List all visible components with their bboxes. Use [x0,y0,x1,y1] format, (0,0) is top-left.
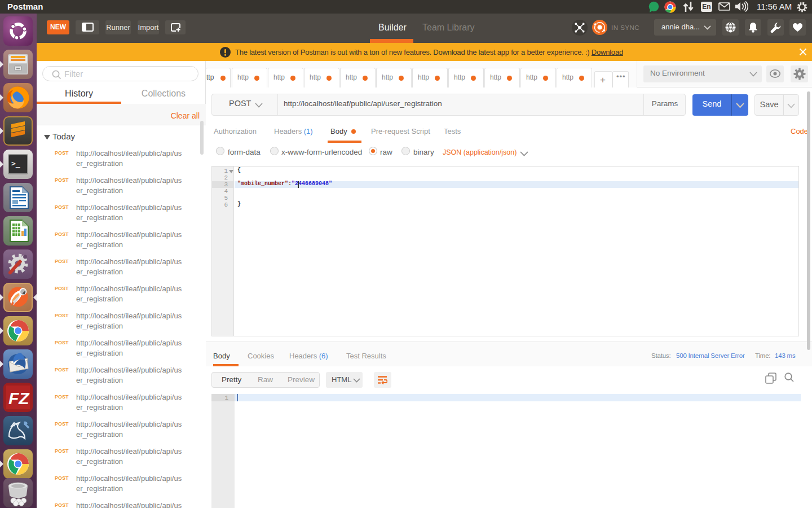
svg-text:FZ: FZ [8,389,30,408]
svg-text:>_: >_ [11,159,20,168]
